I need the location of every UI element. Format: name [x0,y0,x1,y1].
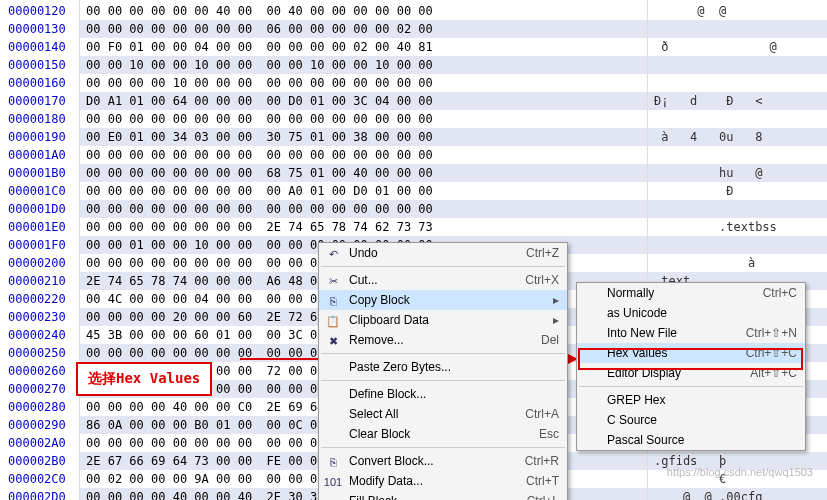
hex-row[interactable]: 00 00 00 00 00 00 00 00 2E 74 65 78 74 6… [80,218,647,236]
menu-item-label: Define Block... [349,387,559,401]
hex-row[interactable]: 00 00 00 00 00 00 00 00 00 00 00 00 00 0… [80,110,647,128]
ascii-row [648,74,827,92]
menu-item-modify-data[interactable]: 101Modify Data...Ctrl+T [319,471,567,491]
menu-item-label: Into New File [607,326,730,340]
offset-value: 00000290 [0,416,79,434]
annotation-callout: 选择Hex Values [76,362,212,396]
offset-value: 000001E0 [0,218,79,236]
ascii-row [648,56,827,74]
menu-item-label: Fill Block... [349,494,511,500]
menu-item-as-unicode[interactable]: as Unicode [577,303,805,323]
menu-item-into-new-file[interactable]: Into New FileCtrl+⇧+N [577,323,805,343]
ascii-row [648,20,827,38]
offset-value: 00000270 [0,380,79,398]
menu-item-undo[interactable]: ↶UndoCtrl+Z [319,243,567,263]
offset-value: 00000170 [0,92,79,110]
menu-item-define-block[interactable]: Define Block... [319,384,567,404]
menu-item-copy-block[interactable]: ⎘Copy Block▸ [319,290,567,310]
submenu-arrow-icon: ▸ [553,313,559,327]
menu-shortcut: Ctrl+T [526,474,559,488]
offset-value: 000001C0 [0,182,79,200]
menu-shortcut: Ctrl+X [525,273,559,287]
hex-row[interactable]: 00 00 00 00 00 00 00 00 06 00 00 00 00 0… [80,20,647,38]
menu-item-label: Cut... [349,273,509,287]
menu-item-label: as Unicode [607,306,797,320]
menu-item-remove[interactable]: ✖Remove...Del [319,330,567,350]
offset-value: 00000140 [0,38,79,56]
hex-row[interactable]: 00 E0 01 00 34 03 00 00 30 75 01 00 38 0… [80,128,647,146]
menu-item-normally[interactable]: NormallyCtrl+C [577,283,805,303]
menu-separator [321,266,565,267]
menu-separator [321,380,565,381]
watermark: https://blog.csdn.net/qwq1503 [667,466,813,478]
menu-item-fill-block[interactable]: Fill Block...Ctrl+L [319,491,567,500]
context-menu[interactable]: ↶UndoCtrl+Z✂Cut...Ctrl+X⎘Copy Block▸📋Cli… [318,242,568,500]
menu-item-c-source[interactable]: C Source [577,410,805,430]
submenu-arrow-icon: ▸ [553,293,559,307]
ascii-row: @ @ .00cfg [648,488,827,500]
offset-value: 000002C0 [0,470,79,488]
menu-item-label: Pascal Source [607,433,797,447]
menu-item-label: Clear Block [349,427,523,441]
ascii-row: hu @ [648,164,827,182]
offset-value: 00000190 [0,128,79,146]
menu-item-pascal-source[interactable]: Pascal Source [577,430,805,450]
offset-value: 00000260 [0,362,79,380]
offset-value: 000001F0 [0,236,79,254]
menu-item-label: C Source [607,413,797,427]
offset-value: 00000150 [0,56,79,74]
ascii-row [648,110,827,128]
menu-item-label: Clipboard Data [349,313,541,327]
menu-item-convert-block[interactable]: ⎘Convert Block...Ctrl+R [319,451,567,471]
menu-shortcut: Ctrl+C [763,286,797,300]
hex-row[interactable]: 00 00 00 00 00 00 00 00 00 00 00 00 00 0… [80,146,647,164]
menu-item-label: Undo [349,246,510,260]
hex-row[interactable]: 00 00 10 00 00 10 00 00 00 00 10 00 00 1… [80,56,647,74]
menu-item-paste-zero-bytes[interactable]: Paste Zero Bytes... [319,357,567,377]
offset-value: 00000230 [0,308,79,326]
menu-item-clear-block[interactable]: Clear BlockEsc [319,424,567,444]
offset-value: 000001A0 [0,146,79,164]
offset-value: 00000250 [0,344,79,362]
offset-value: 00000180 [0,110,79,128]
menu-item-label: Convert Block... [349,454,509,468]
menu-item-label: Modify Data... [349,474,510,488]
menu-icon: 📋 [325,313,341,329]
menu-item-cut[interactable]: ✂Cut...Ctrl+X [319,270,567,290]
offset-column: 0000012000000130000001400000015000000160… [0,0,80,500]
menu-item-label: Normally [607,286,747,300]
menu-separator [321,353,565,354]
menu-icon: 101 [325,474,341,490]
menu-shortcut: Del [541,333,559,347]
menu-shortcut: Esc [539,427,559,441]
menu-shortcut: Ctrl+A [525,407,559,421]
hex-row[interactable]: 00 00 00 00 00 00 00 00 00 00 00 00 00 0… [80,200,647,218]
ascii-row: @ @ [648,2,827,20]
hex-row[interactable]: 00 00 00 00 00 00 40 00 00 40 00 00 00 0… [80,2,647,20]
menu-item-select-all[interactable]: Select AllCtrl+A [319,404,567,424]
hex-row[interactable]: 00 00 00 00 00 00 00 00 68 75 01 00 40 0… [80,164,647,182]
menu-icon: ✂ [325,273,341,289]
ascii-row: à 4 0u 8 [648,128,827,146]
menu-item-label: Copy Block [349,293,541,307]
ascii-row: .textbss [648,218,827,236]
offset-value: 00000220 [0,290,79,308]
menu-shortcut: Ctrl+Z [526,246,559,260]
hex-row[interactable]: D0 A1 01 00 64 00 00 00 00 D0 01 00 3C 0… [80,92,647,110]
offset-value: 000002A0 [0,434,79,452]
callout-text: 选择Hex Values [88,370,200,386]
ascii-row [648,236,827,254]
hex-row[interactable]: 00 00 00 00 10 00 00 00 00 00 00 00 00 0… [80,74,647,92]
offset-value: 000002D0 [0,488,79,500]
offset-value: 00000200 [0,254,79,272]
menu-item-label: Select All [349,407,509,421]
hex-row[interactable]: 00 F0 01 00 00 04 00 00 00 00 00 00 02 0… [80,38,647,56]
menu-item-clipboard-data[interactable]: 📋Clipboard Data▸ [319,310,567,330]
menu-item-grep-hex[interactable]: GREP Hex [577,390,805,410]
menu-icon: ↶ [325,246,341,262]
hex-row[interactable]: 00 00 00 00 00 00 00 00 00 A0 01 00 D0 0… [80,182,647,200]
menu-separator [321,447,565,448]
menu-icon: ⎘ [325,454,341,470]
menu-item-label: Paste Zero Bytes... [349,360,559,374]
offset-value: 00000120 [0,2,79,20]
